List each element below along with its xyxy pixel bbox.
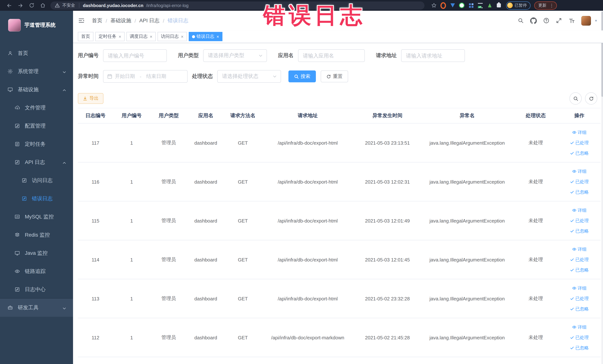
tag-job[interactable]: 定时任务× xyxy=(95,32,125,41)
action-detail-link[interactable]: 详细 xyxy=(572,324,587,330)
tag-home[interactable]: 首页 xyxy=(78,32,93,41)
extension-green-circle-icon[interactable] xyxy=(459,3,464,8)
screen-icon xyxy=(14,250,20,256)
action-processed-link[interactable]: 已处理 xyxy=(570,334,589,341)
extension-off-icon[interactable]: off xyxy=(477,3,483,8)
browser-forward-icon[interactable] xyxy=(15,1,26,10)
browser-reload-icon[interactable] xyxy=(26,1,37,10)
table-row: 1141管理员dashboardGET/api/infra/db-doc/exp… xyxy=(78,240,601,279)
address-bar[interactable]: 不安全 dashboard.yudao.iocoder.cn/infra/log… xyxy=(50,1,425,10)
sidebar-logo[interactable]: 芋道管理系统 xyxy=(0,11,73,37)
browser-update-button[interactable]: 更新 ⋮ xyxy=(534,1,557,10)
search-icon[interactable] xyxy=(518,17,524,24)
cell-request-url: /api/infra/db-doc/export-html xyxy=(261,123,354,162)
sidebar-item-job[interactable]: 定时任务 xyxy=(0,135,73,153)
tag-error-log[interactable]: 错误日志× xyxy=(189,32,222,41)
breadcrumb-item[interactable]: 基础设施 xyxy=(110,17,131,24)
sidebar-item-log-center[interactable]: 日志中心 xyxy=(0,280,73,299)
action-detail-link[interactable]: 详细 xyxy=(572,168,587,175)
close-icon[interactable]: × xyxy=(119,34,121,39)
tags-view: 首页定时任务×调度日志×访问日志×错误日志× xyxy=(73,30,603,43)
extension-sprout-icon[interactable] xyxy=(487,3,492,8)
breadcrumb-item[interactable]: API 日志 xyxy=(139,17,160,24)
cell-log-id: 114 xyxy=(78,240,113,279)
action-processed-link[interactable]: 已处理 xyxy=(570,257,589,263)
action-ignored-link[interactable]: 已忽略 xyxy=(570,345,589,351)
sidebar-item-api-log[interactable]: API 日志 xyxy=(0,153,73,171)
search-button[interactable]: 搜索 xyxy=(289,70,316,82)
action-detail-link[interactable]: 详细 xyxy=(572,246,587,252)
sidebar-item-system[interactable]: 系统管理 xyxy=(0,62,73,81)
font-size-icon[interactable] xyxy=(568,17,575,24)
sidebar-item-home[interactable]: 首页 xyxy=(0,44,73,62)
breadcrumb-item[interactable]: 首页 xyxy=(92,17,102,24)
extensions-puzzle-icon[interactable] xyxy=(496,3,502,8)
tag-job-log[interactable]: 调度日志× xyxy=(127,32,156,41)
user-avatar[interactable] xyxy=(581,16,591,25)
help-icon[interactable] xyxy=(543,17,549,24)
exception-time-range-picker[interactable]: 开始日期 - 结束日期 xyxy=(103,70,188,83)
bookmark-star-icon[interactable] xyxy=(431,3,437,8)
sidebar-item-redis[interactable]: Redis 监控 xyxy=(0,226,73,244)
close-icon[interactable]: × xyxy=(181,34,184,39)
fullscreen-icon[interactable] xyxy=(556,17,562,24)
page-content: 用户编号 用户类型 请选择用户类型 应用名 xyxy=(73,43,603,364)
sidebar-item-error-log[interactable]: 错误日志 xyxy=(0,189,73,208)
tag-access-log[interactable]: 访问日志× xyxy=(158,32,187,41)
sidebar-item-dev-tools[interactable]: 研发工具 xyxy=(0,299,73,317)
column-header: 用户类型 xyxy=(150,108,187,123)
sidebar-item-config[interactable]: 配置管理 xyxy=(0,117,73,135)
browser-home-icon[interactable] xyxy=(37,1,48,10)
page-scrollbar[interactable] xyxy=(601,11,603,364)
cell-user-type: 管理员 xyxy=(150,240,187,279)
request-url-input[interactable] xyxy=(401,49,465,62)
user-id-input[interactable] xyxy=(103,49,167,62)
action-ignored-link[interactable]: 已忽略 xyxy=(570,150,589,156)
action-ignored-link[interactable]: 已忽略 xyxy=(570,189,589,195)
process-status-select[interactable]: 请选择处理状态 xyxy=(217,70,281,83)
action-processed-link[interactable]: 已处理 xyxy=(570,178,589,185)
scrollbar-thumb[interactable] xyxy=(601,12,603,97)
browser-back-icon[interactable] xyxy=(4,1,15,10)
column-header: 异常发生时间 xyxy=(354,108,421,123)
action-processed-link[interactable]: 已处理 xyxy=(570,295,589,302)
profile-paused-pill[interactable]: 已暂停 xyxy=(506,1,531,10)
refresh-button[interactable] xyxy=(585,92,597,105)
close-icon[interactable]: × xyxy=(150,34,152,39)
action-ignored-link[interactable]: 已忽略 xyxy=(570,306,589,312)
sidebar-item-mysql[interactable]: MySQL 监控 xyxy=(0,208,73,226)
action-ignored-link[interactable]: 已忽略 xyxy=(570,228,589,234)
extension-grid-icon[interactable] xyxy=(468,3,474,8)
sidebar-item-trace[interactable]: 链路追踪 xyxy=(0,262,73,280)
user-type-select[interactable]: 请选择用户类型 xyxy=(203,49,267,62)
log-icon xyxy=(14,159,20,165)
action-processed-link[interactable]: 已处理 xyxy=(570,140,589,146)
hide-search-button[interactable] xyxy=(569,92,582,105)
security-warning-icon xyxy=(55,3,60,8)
browser-menu-icon[interactable]: ⋮ xyxy=(549,3,554,7)
action-ignored-link[interactable]: 已忽略 xyxy=(570,267,589,273)
cell-app-name: dashboard xyxy=(187,123,224,162)
reset-button[interactable]: 重置 xyxy=(321,70,348,82)
column-header: 处理状态 xyxy=(513,108,558,123)
sidebar-item-file[interactable]: 文件管理 xyxy=(0,99,73,117)
action-detail-link[interactable]: 详细 xyxy=(572,207,587,213)
chevron-down-icon[interactable]: ▼ xyxy=(594,19,598,23)
action-detail-link[interactable]: 详细 xyxy=(572,129,587,136)
extension-shield-icon[interactable] xyxy=(450,3,455,8)
security-label: 不安全 xyxy=(62,3,75,8)
action-processed-link[interactable]: 已处理 xyxy=(570,218,589,224)
sidebar-item-infra[interactable]: 基础设施 xyxy=(0,81,73,99)
action-detail-link[interactable]: 详细 xyxy=(572,285,587,291)
close-icon[interactable]: × xyxy=(217,34,219,39)
export-button[interactable]: 导出 xyxy=(78,93,104,104)
cell-status: 未处理 xyxy=(513,240,558,279)
breadcrumb-separator: / xyxy=(135,18,136,23)
app-name-input[interactable] xyxy=(298,49,365,62)
sidebar-item-access-log[interactable]: 访问日志 xyxy=(0,171,73,189)
sidebar-item-java[interactable]: Java 监控 xyxy=(0,244,73,262)
main-area: 首页/基础设施/API 日志/错误日志 xyxy=(73,11,603,364)
github-icon[interactable] xyxy=(530,17,537,24)
extension-orange-icon[interactable] xyxy=(441,3,446,8)
sidebar-fold-icon[interactable] xyxy=(78,17,85,24)
